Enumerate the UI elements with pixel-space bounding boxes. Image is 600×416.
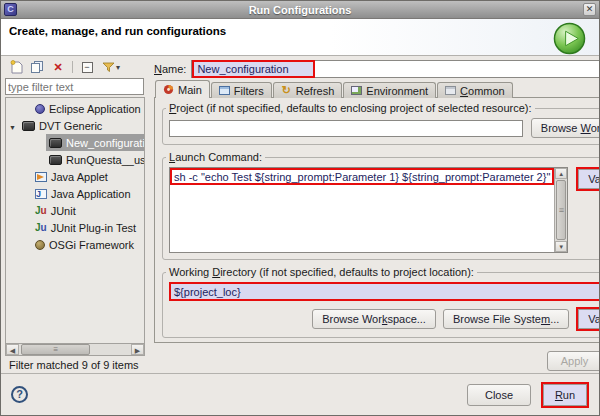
help-button[interactable]: ? (11, 386, 28, 403)
dropdown-caret-icon: ▾ (116, 63, 120, 72)
tab-filters[interactable]: Filters (211, 82, 272, 98)
configuration-icon (49, 138, 62, 148)
common-tab-icon (445, 85, 456, 96)
tree-horizontal-scrollbar[interactable]: ◀ ≡ ▶ (5, 343, 145, 356)
tree-item-label: JUnit (51, 205, 76, 217)
refresh-tab-icon: ↻ (281, 85, 292, 96)
tree-item-label: Java Application (51, 188, 131, 200)
apply-revert-row: Apply Revert (154, 343, 600, 373)
window-title: Run Configurations (21, 4, 579, 16)
variables-annotation: Variables... (576, 167, 600, 191)
tree-item-java-application[interactable]: J Java Application (6, 185, 144, 202)
filter-status-text: Filter matched 9 of 9 items (5, 356, 145, 373)
working-directory-group-label: Working Directory (if not specified, def… (166, 266, 477, 278)
launch-variables-button[interactable]: Variables... (578, 169, 600, 189)
filter-menu-button[interactable]: ▾ (99, 59, 123, 75)
launch-command-value-annotated: sh -c "echo Test ${string_prompt:Paramet… (170, 168, 554, 185)
delete-configuration-button[interactable]: ✕ (49, 59, 67, 75)
configuration-icon (49, 155, 62, 165)
working-directory-input-annotated[interactable]: ${project_loc} (169, 282, 600, 301)
tree-item-label: OSGi Framework (49, 239, 134, 251)
tree-item-osgi-framework[interactable]: OSGi Framework (6, 236, 144, 253)
project-group-label: Project (if not specified, defaults to e… (166, 102, 535, 114)
junit-icon: Ju (35, 206, 47, 216)
tree-item-label: Java Applet (51, 171, 108, 183)
run-configurations-dialog: C Run Configurations ✕ Create, manage, a… (0, 0, 600, 416)
tab-common[interactable]: Common (437, 82, 513, 98)
name-value-annotated: New_configuration (192, 60, 314, 78)
collapse-all-button[interactable]: − (78, 59, 96, 75)
dialog-banner: Create, manage, and run configurations (1, 19, 599, 56)
browse-workspace-button[interactable]: Browse Workspace... (531, 118, 600, 138)
command-vertical-scrollbar[interactable]: ▲ ≡ ▼ (554, 168, 567, 252)
tree-item-label: Eclipse Application (49, 103, 141, 115)
close-button[interactable]: Close (467, 384, 531, 406)
tree-item-junit[interactable]: Ju JUnit (6, 202, 144, 219)
filters-tab-icon (219, 85, 230, 96)
run-play-icon (553, 22, 586, 55)
titlebar[interactable]: C Run Configurations ✕ (1, 1, 599, 19)
variables-annotation: Variables... (576, 307, 600, 331)
tree-item-java-applet[interactable]: Java Applet (6, 168, 144, 185)
workdir-browse-workspace-button[interactable]: Browse Workspace... (312, 309, 436, 329)
window-close-button[interactable]: ✕ (583, 3, 596, 16)
configuration-tree: Eclipse Application ▼ DVT Generic New_co… (5, 97, 145, 343)
project-group: Project (if not specified, defaults to e… (162, 108, 600, 145)
scroll-left-icon[interactable]: ◀ (6, 344, 19, 355)
scrollbar-thumb[interactable]: ≡ (21, 344, 90, 355)
eclipse-window-icon: C (4, 3, 17, 16)
run-button[interactable]: Run (543, 384, 587, 406)
dvt-generic-icon (22, 121, 35, 131)
apply-button[interactable]: Apply (547, 351, 600, 371)
delete-icon: ✕ (53, 61, 62, 74)
project-input[interactable] (169, 120, 523, 137)
tree-item-dvt-generic[interactable]: ▼ DVT Generic (6, 117, 144, 134)
main-tab-content: Project (if not specified, defaults to e… (154, 97, 600, 343)
sidebar-toolbar: ✕ − ▾ (5, 58, 145, 76)
launch-command-group-label: Launch Command: (166, 151, 265, 163)
banner-heading: Create, manage, and run configurations (9, 25, 226, 37)
tree-item-runquesta[interactable]: RunQuesta__usb_sim_mo (6, 151, 144, 168)
dialog-body: ✕ − ▾ (1, 57, 599, 373)
configurations-sidebar: ✕ − ▾ (1, 57, 147, 373)
workdir-variables-button[interactable]: Variables... (578, 309, 600, 329)
toolbar-separator (72, 61, 73, 73)
launch-command-group: Launch Command: sh -c "echo Test ${strin… (162, 157, 600, 260)
duplicate-icon (30, 60, 44, 74)
java-application-icon: J (35, 189, 47, 199)
filter-input[interactable] (8, 81, 150, 93)
scrollbar-thumb[interactable]: ≡ (556, 180, 566, 240)
tab-main[interactable]: Main (155, 80, 210, 98)
new-configuration-button[interactable] (7, 59, 25, 75)
name-input[interactable]: New_configuration (191, 60, 600, 78)
tab-refresh[interactable]: ↻ Refresh (273, 82, 343, 98)
workdir-browse-filesystem-button[interactable]: Browse File System... (443, 309, 569, 329)
junit-plugin-icon: Ju (35, 223, 47, 233)
tab-environment[interactable]: Environment (343, 82, 436, 98)
java-applet-icon (35, 172, 47, 182)
tab-bar: Main Filters ↻ Refresh Environment Commo… (154, 80, 600, 98)
scroll-down-icon[interactable]: ▼ (555, 241, 567, 252)
main-tab-icon (163, 84, 174, 95)
expander-open-icon[interactable]: ▼ (9, 124, 16, 131)
tree-item-eclipse-application[interactable]: Eclipse Application (6, 100, 144, 117)
tree-item-label: DVT Generic (39, 120, 102, 132)
tree-item-label: RunQuesta__usb_sim_mo (66, 154, 144, 166)
working-directory-group: Working Directory (if not specified, def… (162, 272, 600, 338)
tree-item-new-configuration[interactable]: New_configuration (6, 134, 144, 151)
tree-item-label: JUnit Plug-in Test (51, 222, 136, 234)
osgi-framework-icon (35, 240, 45, 250)
configuration-form: Name: New_configuration Main (147, 57, 600, 373)
launch-command-textarea[interactable]: sh -c "echo Test ${string_prompt:Paramet… (169, 167, 568, 253)
scroll-up-icon[interactable]: ▲ (555, 168, 567, 179)
dialog-button-bar: ? Close Run (1, 373, 599, 415)
run-annotation: Run (541, 382, 589, 408)
duplicate-configuration-button[interactable] (28, 59, 46, 75)
eclipse-application-icon (35, 104, 45, 114)
filter-icon (102, 61, 115, 73)
filter-field (5, 78, 144, 95)
scroll-right-icon[interactable]: ▶ (131, 344, 144, 355)
tree-item-junit-plugin-test[interactable]: Ju JUnit Plug-in Test (6, 219, 144, 236)
new-document-icon (10, 60, 23, 74)
name-label: Name: (154, 63, 186, 75)
